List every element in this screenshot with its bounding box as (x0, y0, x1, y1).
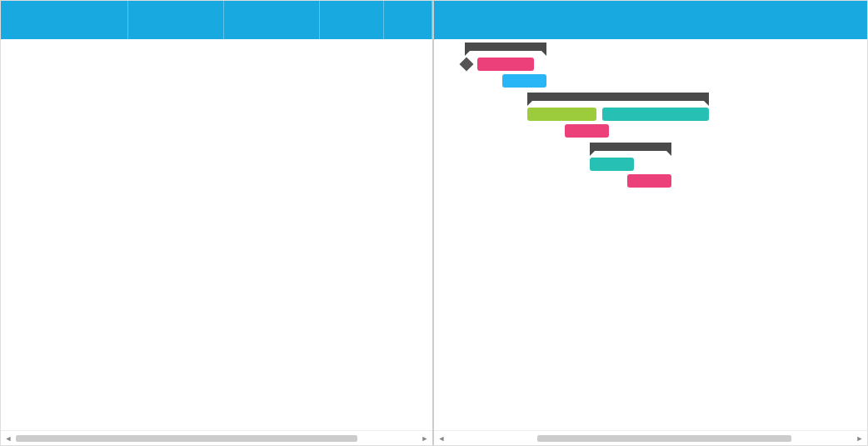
summary-bar-graphics[interactable] (527, 93, 709, 101)
scroll-track[interactable] (449, 435, 852, 442)
scroll-left-icon[interactable]: ◄ (437, 434, 446, 443)
scroll-right-icon[interactable]: ► (421, 434, 429, 443)
timeline-header (434, 1, 867, 39)
task-bar-defining-ui[interactable] (527, 108, 596, 121)
grid-header (1, 1, 432, 39)
timeline-hscroll[interactable]: ◄ ► (434, 430, 867, 445)
scroll-right-icon[interactable]: ► (856, 434, 864, 443)
summary-bar-dev[interactable] (590, 143, 671, 151)
task-bar-self-testing[interactable] (627, 174, 671, 188)
col-header-progress[interactable] (320, 1, 384, 39)
task-bar-requirements[interactable] (502, 74, 546, 88)
scroll-thumb[interactable] (16, 435, 357, 442)
task-bar-design-spec[interactable] (477, 58, 534, 71)
task-bar-development[interactable] (590, 158, 634, 171)
scroll-thumb[interactable] (537, 435, 791, 442)
grid-body (1, 39, 432, 430)
timeline-body[interactable] (434, 39, 867, 430)
task-bar-completing-graphics[interactable] (602, 108, 709, 121)
summary-bar-rdu[interactable] (465, 43, 546, 51)
col-header-resource-name[interactable] (25, 1, 129, 39)
col-header-start-date[interactable] (128, 1, 224, 39)
timeline-panel: ◄ ► (434, 1, 867, 445)
gantt-control: ◄ ► (0, 0, 868, 446)
scroll-left-icon[interactable]: ◄ (4, 434, 12, 443)
milestone-icon[interactable] (460, 58, 474, 72)
col-header-finish-date[interactable] (224, 1, 320, 39)
col-header-resource[interactable] (384, 1, 432, 39)
task-bar-completing[interactable] (565, 124, 609, 138)
grid-panel: ◄ ► (1, 1, 434, 445)
grid-header-margin (1, 1, 25, 39)
scroll-track[interactable] (16, 435, 417, 442)
grid-hscroll[interactable]: ◄ ► (1, 430, 432, 445)
